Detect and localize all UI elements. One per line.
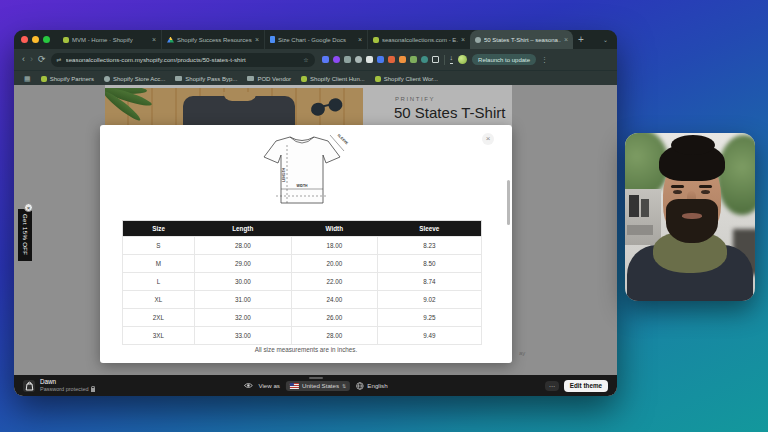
size-table-cell: L: [123, 273, 195, 291]
ribbon-close-icon[interactable]: ×: [24, 203, 33, 212]
profile-avatar[interactable]: [458, 55, 467, 64]
new-tab-button[interactable]: +: [573, 30, 589, 49]
size-table-header-cell: Size: [123, 221, 195, 237]
person-beard: [666, 199, 718, 243]
bookmark-items: Shopify Partners Shopify Store Acc... Sh…: [41, 76, 438, 82]
bookmark-label: Shopify Client Wor...: [384, 76, 438, 82]
browser-menu-icon[interactable]: ⋮: [541, 56, 548, 64]
extension-plant-icon[interactable]: [410, 56, 417, 63]
desktop: MVM - Home · Shopify × Shopify Success R…: [0, 0, 768, 432]
more-options-button[interactable]: ⋯: [545, 381, 559, 391]
size-table-cell: 8.23: [377, 237, 481, 255]
size-table-cell: 29.00: [194, 255, 291, 273]
edit-theme-button[interactable]: Edit theme: [564, 380, 608, 392]
bookmark-item[interactable]: Shopify Partners: [41, 76, 94, 82]
tab-close-icon[interactable]: ×: [152, 36, 156, 43]
apps-grid-icon[interactable]: ▦: [24, 75, 31, 82]
discount-ribbon-label: Get 15% OFF: [22, 214, 28, 255]
back-icon[interactable]: ‹: [22, 55, 25, 64]
country-caret-icon: ⇅: [342, 383, 346, 389]
extension-teal-icon[interactable]: [421, 56, 428, 63]
drag-handle[interactable]: [309, 377, 323, 379]
size-table-cell: 32.00: [194, 309, 291, 327]
extension-blue-square-icon[interactable]: [322, 56, 329, 63]
preview-controls: View as United States ⇅ English: [243, 381, 387, 391]
language-selector[interactable]: English: [356, 382, 387, 390]
size-table-cell: S: [123, 237, 195, 255]
size-table-cell: 8.50: [377, 255, 481, 273]
size-chart-note: All size measurements are in inches.: [100, 346, 512, 353]
size-table-cell: 31.00: [194, 291, 291, 309]
size-table-cell: 33.00: [194, 327, 291, 345]
extension-red-icon[interactable]: [388, 56, 395, 63]
modal-scrollbar[interactable]: [507, 180, 510, 225]
person-eye: [673, 190, 682, 194]
maximize-window-button[interactable]: [43, 36, 50, 43]
tab-favicon-icon: [63, 37, 69, 43]
size-table-cell: 18.00: [291, 237, 377, 255]
reload-icon[interactable]: ⟳: [38, 55, 46, 64]
size-table-cell: 28.00: [291, 327, 377, 345]
page-viewport: PRINTIFY 50 States T-Shirt ay × SLEEVE L…: [14, 85, 617, 396]
theme-meta: Dawn Password protected: [40, 378, 95, 392]
url-text[interactable]: seasonalcollections-com.myshopify.com/pr…: [66, 56, 300, 63]
extension-outline-icon[interactable]: [432, 56, 439, 63]
bookmark-item[interactable]: Shopify Pass Byp...: [175, 76, 237, 82]
tab-close-icon[interactable]: ×: [358, 36, 362, 43]
bookmark-item[interactable]: POD Vendor: [247, 76, 291, 82]
bookmark-item[interactable]: Shopify Client Hun...: [301, 76, 365, 82]
diagram-width-label: WIDTH: [296, 184, 308, 188]
tab-label: 50 States T-Shirt – seasona…: [484, 37, 561, 43]
tshirt-measurement-diagram: SLEEVE LENGTH WIDTH: [250, 127, 354, 215]
extension-docs-icon[interactable]: [377, 56, 384, 63]
bookmark-star-icon[interactable]: ☆: [303, 57, 308, 63]
bookmark-item[interactable]: Shopify Store Acc...: [104, 76, 165, 82]
extension-gray-circle-icon[interactable]: [355, 56, 362, 63]
extension-orange-icon[interactable]: [399, 56, 406, 63]
tab-close-icon[interactable]: ×: [564, 36, 568, 43]
size-table-cell: 9.25: [377, 309, 481, 327]
close-window-button[interactable]: [21, 36, 28, 43]
size-table-header: SizeLengthWidthSleeve: [123, 221, 482, 237]
size-table-cell: 26.00: [291, 309, 377, 327]
tab-strip: MVM - Home · Shopify × Shopify Success R…: [14, 30, 617, 49]
view-as-label[interactable]: View as: [258, 382, 280, 389]
browser-tab[interactable]: 50 States T-Shirt – seasona… ×: [470, 30, 573, 49]
window-controls: [21, 36, 50, 43]
extension-purple-circle-icon[interactable]: [333, 56, 340, 63]
tab-favicon-icon: [167, 37, 174, 43]
language-label: English: [367, 382, 387, 389]
size-table-header-cell: Sleeve: [377, 221, 481, 237]
browser-tab[interactable]: Shopify Success Resources ×: [161, 30, 264, 49]
extension-pen-icon[interactable]: [366, 56, 373, 63]
modal-close-icon[interactable]: ×: [482, 133, 494, 145]
size-table-header-cell: Width: [291, 221, 377, 237]
download-icon[interactable]: ↓: [450, 55, 454, 64]
size-table-cell: 2XL: [123, 309, 195, 327]
site-info-icon[interactable]: ⇄: [57, 57, 62, 63]
size-table-row: L30.0022.008.74: [123, 273, 482, 291]
size-table-cell: 24.00: [291, 291, 377, 309]
browser-tab[interactable]: Size Chart - Google Docs ×: [264, 30, 367, 49]
tab-close-icon[interactable]: ×: [461, 36, 465, 43]
country-selector[interactable]: United States ⇅: [286, 381, 350, 391]
discount-ribbon[interactable]: Get 15% OFF: [18, 209, 32, 261]
browser-tab[interactable]: MVM - Home · Shopify ×: [58, 30, 161, 49]
browser-tab[interactable]: seasonalcollections.com - E… ×: [367, 30, 470, 49]
bookmark-item[interactable]: Shopify Client Wor...: [375, 76, 438, 82]
address-bar[interactable]: ⇄ seasonalcollections-com.myshopify.com/…: [51, 53, 315, 67]
browser-toolbar: ‹ › ⟳ ⇄ seasonalcollections-com.myshopif…: [14, 49, 617, 70]
forward-icon[interactable]: ›: [30, 55, 33, 64]
extension-gray-arrow-icon[interactable]: [344, 56, 351, 63]
minimize-window-button[interactable]: [32, 36, 39, 43]
size-table-row: XL31.0024.009.02: [123, 291, 482, 309]
theme-name: Dawn: [40, 378, 95, 386]
tab-close-icon[interactable]: ×: [255, 36, 259, 43]
country-label: United States: [302, 382, 339, 389]
lock-icon: [91, 388, 95, 392]
bookmark-label: Shopify Client Hun...: [310, 76, 365, 82]
tab-label: Shopify Success Resources: [177, 37, 252, 43]
size-table-cell: XL: [123, 291, 195, 309]
relaunch-to-update-button[interactable]: Relaunch to update: [472, 54, 536, 65]
tab-search-caret-icon[interactable]: ⌄: [603, 36, 608, 43]
